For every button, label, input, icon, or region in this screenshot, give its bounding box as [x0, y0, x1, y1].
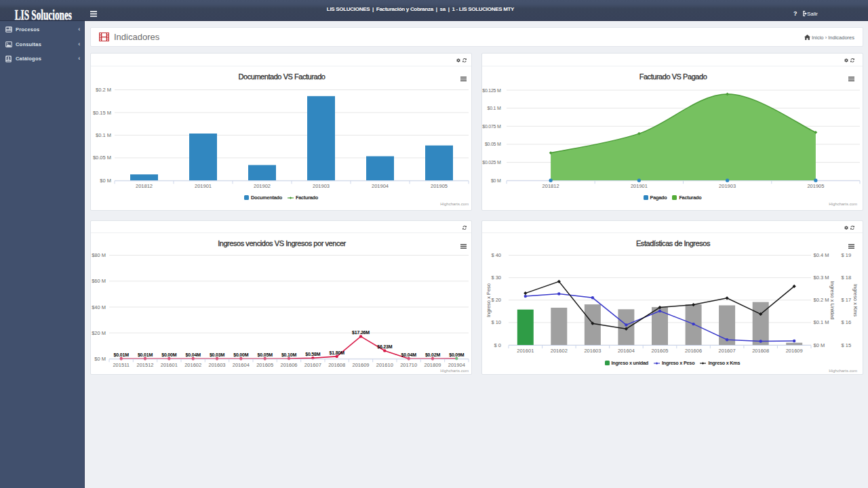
- svg-text:201812: 201812: [542, 183, 559, 189]
- svg-text:201608: 201608: [752, 348, 769, 354]
- svg-text:201511: 201511: [113, 362, 129, 368]
- svg-text:$ 15: $ 15: [842, 342, 852, 348]
- svg-text:$0.4 M: $0.4 M: [814, 252, 829, 258]
- svg-text:$0.1 M: $0.1 M: [814, 319, 829, 325]
- svg-text:$0.1 M: $0.1 M: [96, 132, 111, 138]
- svg-text:Facturado VS Pagado: Facturado VS Pagado: [639, 73, 707, 81]
- svg-text:$ 19: $ 19: [842, 252, 852, 258]
- svg-text:201601: 201601: [161, 362, 178, 368]
- svg-text:201809: 201809: [424, 362, 441, 368]
- svg-text:$0.3 M: $0.3 M: [814, 274, 829, 281]
- svg-text:201903: 201903: [719, 183, 736, 189]
- svg-text:$0.1 M: $0.1 M: [488, 106, 501, 110]
- svg-text:$6.23M: $6.23M: [377, 344, 393, 350]
- svg-text:201610: 201610: [376, 362, 393, 368]
- svg-text:$0.075 M: $0.075 M: [482, 124, 501, 129]
- svg-text:$0.05M: $0.05M: [258, 352, 273, 358]
- svg-text:$ 10: $ 10: [491, 319, 501, 325]
- svg-text:201904: 201904: [448, 362, 465, 368]
- svg-text:Ingreso x Kms: Ingreso x Kms: [852, 284, 859, 317]
- svg-text:$ 17: $ 17: [842, 297, 852, 303]
- svg-text:201602: 201602: [184, 362, 201, 368]
- svg-text:$0.05 M: $0.05 M: [93, 155, 111, 161]
- svg-text:$0.04M: $0.04M: [186, 352, 201, 358]
- svg-text:201604: 201604: [233, 362, 250, 368]
- svg-text:$80 M: $80 M: [92, 252, 106, 258]
- svg-text:$0.01M: $0.01M: [114, 352, 130, 358]
- svg-text:$ 18: $ 18: [842, 274, 852, 281]
- svg-text:201605: 201605: [256, 362, 273, 368]
- svg-text:$0.00M: $0.00M: [161, 352, 177, 358]
- svg-text:201710: 201710: [400, 362, 417, 368]
- svg-text:$0.125 M: $0.125 M: [482, 88, 501, 93]
- svg-text:$0.025 M: $0.025 M: [482, 160, 501, 165]
- svg-text:$ 0: $ 0: [494, 342, 501, 348]
- svg-text:Highcharts.com: Highcharts.com: [440, 369, 469, 373]
- svg-text:$40 M: $40 M: [92, 304, 106, 310]
- svg-text:201812: 201812: [136, 183, 153, 189]
- svg-text:Estadísticas de Ingresos: Estadísticas de Ingresos: [636, 239, 711, 247]
- svg-text:201902: 201902: [254, 183, 271, 189]
- svg-text:$ 20: $ 20: [491, 297, 501, 303]
- svg-text:201904: 201904: [372, 183, 389, 189]
- svg-text:201602: 201602: [551, 348, 568, 354]
- svg-text:$0 M: $0 M: [491, 178, 501, 183]
- svg-text:201905: 201905: [431, 183, 448, 189]
- svg-text:201606: 201606: [685, 348, 702, 354]
- svg-text:Highcharts.com: Highcharts.com: [440, 202, 469, 206]
- svg-text:$0.02M: $0.02M: [425, 352, 441, 358]
- svg-text:201609: 201609: [786, 348, 803, 354]
- svg-text:201607: 201607: [719, 348, 736, 354]
- svg-text:$0 M: $0 M: [814, 342, 825, 348]
- svg-text:201603: 201603: [584, 348, 601, 354]
- svg-text:Highcharts.com: Highcharts.com: [829, 202, 857, 206]
- svg-text:201905: 201905: [807, 183, 824, 189]
- svg-text:$0.01M: $0.01M: [138, 352, 153, 358]
- svg-text:201903: 201903: [313, 183, 330, 189]
- svg-text:201605: 201605: [651, 348, 668, 354]
- svg-text:$0.58M: $0.58M: [305, 352, 321, 357]
- svg-text:$0.09M: $0.09M: [449, 352, 465, 358]
- svg-text:Highcharts.com: Highcharts.com: [829, 369, 857, 373]
- svg-text:$ 40: $ 40: [491, 252, 501, 258]
- svg-text:201603: 201603: [208, 362, 225, 368]
- svg-text:201512: 201512: [136, 362, 153, 368]
- svg-text:$0 M: $0 M: [94, 356, 106, 362]
- svg-text:$0.03M: $0.03M: [210, 352, 225, 358]
- svg-text:201601: 201601: [517, 348, 534, 354]
- svg-text:201901: 201901: [631, 183, 648, 189]
- svg-text:201608: 201608: [328, 362, 345, 368]
- svg-text:$0.10M: $0.10M: [281, 352, 297, 358]
- svg-text:201901: 201901: [195, 183, 212, 189]
- svg-text:$0.2 M: $0.2 M: [814, 297, 829, 303]
- svg-text:$0.00M: $0.00M: [233, 352, 249, 358]
- svg-text:$ 16: $ 16: [842, 319, 852, 325]
- svg-text:$0.2 M: $0.2 M: [96, 87, 111, 93]
- svg-text:$0.15 M: $0.15 M: [93, 110, 111, 116]
- svg-text:$ 30: $ 30: [491, 274, 501, 281]
- svg-text:201609: 201609: [352, 362, 369, 368]
- svg-text:$17.26M: $17.26M: [352, 330, 370, 336]
- svg-text:$60 M: $60 M: [92, 278, 106, 284]
- svg-text:201604: 201604: [618, 348, 635, 354]
- svg-text:Documentado VS Facturado: Documentado VS Facturado: [239, 73, 326, 81]
- svg-text:Ingreso x Peso: Ingreso x Peso: [486, 283, 492, 317]
- svg-text:$0 M: $0 M: [100, 178, 111, 184]
- svg-text:Ingreso x Unidad: Ingreso x Unidad: [829, 281, 835, 320]
- svg-text:$0.04M: $0.04M: [401, 352, 417, 358]
- svg-text:201607: 201607: [304, 362, 321, 368]
- svg-text:Ingresos vencidos VS Ingresos: Ingresos vencidos VS Ingresos por vencer: [218, 239, 346, 247]
- svg-text:$1.80M: $1.80M: [330, 350, 345, 356]
- svg-text:$20 M: $20 M: [92, 330, 106, 336]
- svg-text:201606: 201606: [280, 362, 297, 368]
- svg-text:$0.05 M: $0.05 M: [485, 142, 501, 146]
